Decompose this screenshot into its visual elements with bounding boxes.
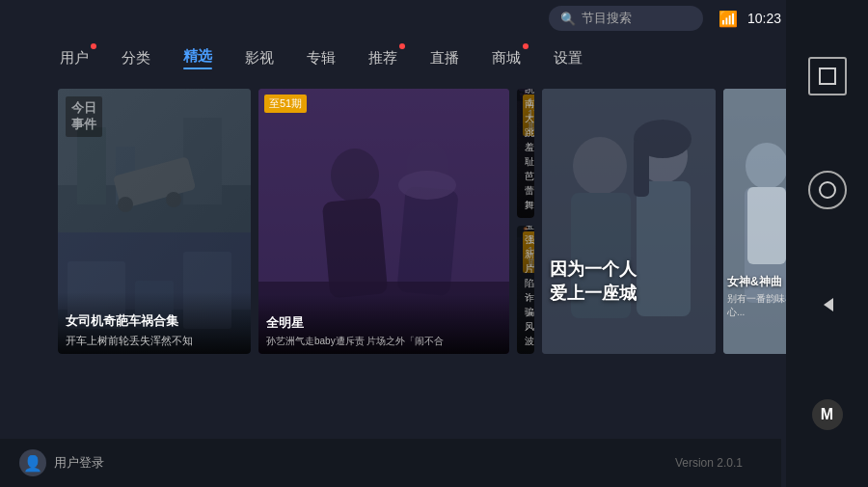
content-grid: 今日 事件 xyxy=(0,79,868,364)
card-pair-right: 12-17期 笑星闯地球 白凯南大跳羞耻芭蕾舞 12-16期 娱乐早扒点 王宝强… xyxy=(517,89,534,354)
user-avatar: 👤 xyxy=(19,449,46,476)
circle-icon-svg xyxy=(818,180,837,200)
back-icon[interactable] xyxy=(808,285,847,324)
card4-title: 娱乐早扒点 王宝强新片陷诈骗风波 xyxy=(517,226,534,355)
nav-dot-recommend xyxy=(399,43,405,49)
svg-point-34 xyxy=(573,137,627,195)
back-icon-svg xyxy=(818,295,837,314)
card-entertainment[interactable]: 12-16期 娱乐早扒点 王宝强新片陷诈骗风波 xyxy=(517,226,534,355)
clock: 10:23 xyxy=(747,11,781,26)
svg-point-45 xyxy=(820,182,835,198)
nav-item-featured[interactable]: 精选 xyxy=(181,43,214,73)
top-bar: 🔍 节目搜索 📶 10:23 xyxy=(0,0,868,37)
nav-item-category[interactable]: 分类 xyxy=(120,45,152,71)
version-label: Version 2.0.1 xyxy=(675,456,743,470)
search-box[interactable]: 🔍 节目搜索 xyxy=(549,6,703,31)
svg-rect-17 xyxy=(396,186,458,296)
couple-bg xyxy=(542,89,716,354)
card3-title: 笑星闯地球 白凯南大跳羞耻芭蕾舞 xyxy=(517,89,534,218)
svg-point-14 xyxy=(331,149,379,203)
m-button[interactable]: M xyxy=(812,399,843,430)
svg-rect-44 xyxy=(820,68,835,84)
card-laugh-star[interactable]: 12-17期 笑星闯地球 白凯南大跳羞耻芭蕾舞 xyxy=(517,89,534,218)
svg-marker-46 xyxy=(824,298,833,311)
nav-item-settings[interactable]: 设置 xyxy=(552,45,584,71)
card-couple-drama[interactable]: 因为一个人 爱上一座城 xyxy=(542,89,716,354)
card-bottom-half: 女司机奇葩车祸合集 开车上树前轮丢失浑然不知 xyxy=(58,232,251,354)
user-login[interactable]: 👤 用户登录 xyxy=(19,449,104,476)
nav-item-user[interactable]: 用户 xyxy=(58,45,91,71)
svg-point-7 xyxy=(166,192,181,207)
main-nav: 用户 分类 精选 影视 专辑 推荐 直播 商城 设置 xyxy=(0,37,868,79)
svg-point-18 xyxy=(398,171,456,200)
home-icon[interactable] xyxy=(808,171,847,209)
nav-dot-user xyxy=(91,43,96,49)
nav-dot-shop xyxy=(523,43,529,49)
search-icon: 🔍 xyxy=(560,12,576,26)
svg-rect-2 xyxy=(77,127,106,204)
user-login-text: 用户登录 xyxy=(54,454,104,472)
couple-overlay: 因为一个人 爱上一座城 xyxy=(550,257,708,306)
nav-item-movies[interactable]: 影视 xyxy=(243,45,276,71)
right-panel: M xyxy=(786,0,868,487)
wifi-icon: 📶 xyxy=(719,10,738,28)
search-text: 节目搜索 xyxy=(582,10,632,27)
svg-point-41 xyxy=(746,143,788,189)
nav-item-live[interactable]: 直播 xyxy=(428,45,461,71)
svg-point-6 xyxy=(118,197,133,212)
ep-badge-star: 至51期 xyxy=(264,95,307,113)
card-star-show[interactable]: 至51期 全明星 孙艺洲气走baby遭斥责 片场之外「闹不合 xyxy=(258,89,509,354)
square-icon-svg xyxy=(818,67,837,86)
card-top-half: 今日 事件 xyxy=(58,89,251,232)
card2-title: 全明星 孙艺洲气走baby遭斥责 片场之外「闹不合 xyxy=(258,294,509,355)
window-icon[interactable] xyxy=(808,57,847,95)
svg-rect-4 xyxy=(183,118,222,204)
scene-svg xyxy=(58,89,251,232)
bottom-bar: 👤 用户登录 Version 2.0.1 xyxy=(0,439,781,487)
card-daily-events[interactable]: 今日 事件 xyxy=(58,89,251,354)
nav-item-recommend[interactable]: 推荐 xyxy=(366,45,399,71)
card-bottom-title: 女司机奇葩车祸合集 开车上树前轮丢失浑然不知 xyxy=(58,292,251,354)
svg-rect-39 xyxy=(634,139,649,197)
nav-item-albums[interactable]: 专辑 xyxy=(305,45,338,71)
nav-item-shop[interactable]: 商城 xyxy=(490,45,523,71)
svg-rect-43 xyxy=(747,187,786,264)
